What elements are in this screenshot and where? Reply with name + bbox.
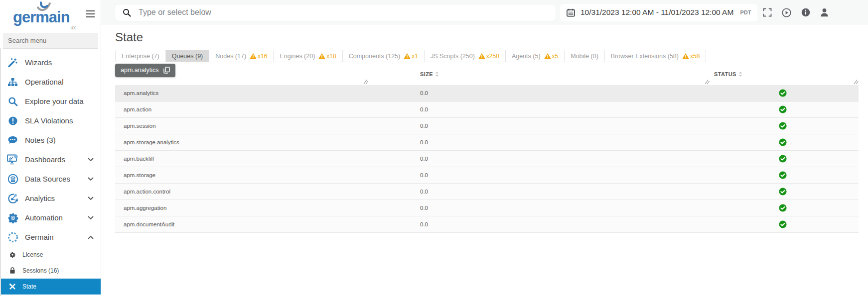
- table-header: SIZE STATUS: [115, 63, 859, 85]
- tab-agents[interactable]: Agents (5)x5: [506, 50, 565, 62]
- warning-badge: x16: [250, 53, 267, 60]
- main-panel: State Enterprise (7) Queues (9) Nodes (1…: [101, 25, 868, 296]
- warning-badge: x250: [478, 53, 499, 60]
- tab-mobile[interactable]: Mobile (0): [565, 50, 605, 62]
- tab-browser-extensions[interactable]: Browser Extensions (58)x58: [605, 50, 707, 62]
- sidebar-item-label: Germain: [25, 233, 54, 241]
- warning-icon: [478, 53, 485, 59]
- user-icon[interactable]: [820, 8, 829, 17]
- brand-sub: ux: [70, 25, 76, 30]
- sidebar-item-notes[interactable]: Notes (3): [0, 130, 101, 150]
- sidebar-item-operational[interactable]: Operational: [0, 72, 101, 92]
- gear-icon: [7, 212, 18, 223]
- status-ok-icon: [707, 138, 859, 146]
- sidebar-item-label: Sessions (16): [22, 267, 59, 274]
- sidebar-item-wizards[interactable]: Wizards: [0, 53, 101, 72]
- tab-enterprise[interactable]: Enterprise (7): [115, 50, 166, 62]
- tab-engines[interactable]: Engines (20)x18: [274, 50, 342, 62]
- hamburger-menu-icon[interactable]: [86, 10, 95, 19]
- status-ok-icon: [707, 122, 859, 130]
- warning-icon: [404, 53, 411, 59]
- warning-badge: x1: [404, 53, 418, 60]
- table-row[interactable]: apm.documentAudit 0.0: [115, 216, 859, 233]
- date-range-picker[interactable]: 10/31/2023 12:00 AM - 11/01/2023 12:00 A…: [560, 4, 757, 21]
- sidebar-scrollbar[interactable]: [0, 48, 1, 296]
- tab-queues[interactable]: Queues (9): [166, 50, 210, 62]
- column-resize-handle[interactable]: [705, 79, 711, 85]
- lock-icon: [8, 267, 16, 274]
- selected-queue-label: apm.analytics: [121, 67, 158, 74]
- warning-badge: x58: [682, 53, 700, 60]
- logo-row: germain ux: [0, 0, 101, 31]
- selected-queue-chip[interactable]: apm.analytics: [115, 64, 175, 77]
- germain-logo[interactable]: germain ux: [13, 1, 74, 29]
- sort-icon[interactable]: [435, 71, 439, 77]
- sidebar-item-label: State: [22, 283, 36, 290]
- table-row[interactable]: apm.action 0.0: [115, 101, 859, 118]
- table-row[interactable]: apm.storage 0.0: [115, 167, 859, 184]
- sidebar-item-sla-violations[interactable]: SLA Violations: [0, 111, 101, 130]
- database-icon: [7, 174, 18, 185]
- sidebar-item-label: Explore your data: [25, 97, 84, 105]
- comment-icon: [7, 136, 18, 145]
- sidebar-item-label: Wizards: [25, 58, 52, 67]
- column-header-size[interactable]: SIZE: [370, 63, 707, 77]
- tab-nodes[interactable]: Nodes (17)x16: [209, 50, 274, 62]
- warning-icon: [682, 53, 689, 59]
- status-ok-icon: [707, 105, 859, 113]
- status-ok-icon: [707, 188, 859, 196]
- status-ok-icon: [707, 220, 859, 228]
- sidebar-item-state[interactable]: State: [0, 279, 101, 295]
- global-search-input[interactable]: [138, 7, 548, 17]
- tools-icon: [8, 283, 16, 290]
- chevron-up-icon: [88, 235, 94, 239]
- warning-badge: x18: [318, 53, 336, 60]
- global-searchbox: [115, 4, 556, 21]
- play-circle-icon[interactable]: [782, 8, 791, 17]
- chevron-down-icon: [88, 177, 94, 181]
- sidebar-item-label: Data Sources: [25, 175, 70, 183]
- table-row[interactable]: apm.action.control 0.0: [115, 184, 859, 200]
- copy-icon[interactable]: [163, 67, 170, 74]
- fullscreen-icon[interactable]: [763, 8, 772, 17]
- table-row[interactable]: apm.storage.analytics 0.0: [115, 134, 859, 151]
- sidebar-item-dashboards[interactable]: Dashboards: [0, 150, 101, 169]
- queues-table: apm.analytics SIZE STATUS: [115, 63, 859, 233]
- sidebar-search-input[interactable]: [3, 33, 98, 49]
- sidebar-item-data-sources[interactable]: Data Sources: [0, 169, 101, 189]
- sidebar-item-label: Analytics: [25, 194, 55, 202]
- info-icon[interactable]: [801, 8, 810, 17]
- chevron-down-icon: [88, 197, 94, 200]
- column-resize-handle[interactable]: [363, 79, 369, 85]
- sidebar-item-explore[interactable]: Explore your data: [0, 92, 101, 111]
- dashboard-icon: [7, 154, 18, 165]
- sitemap-icon: [7, 77, 18, 87]
- sidebar-item-label: Automation: [25, 213, 63, 222]
- calendar-icon: [567, 8, 575, 17]
- table-row[interactable]: apm.session 0.0: [115, 118, 859, 134]
- sidebar-item-analytics[interactable]: Analytics: [0, 189, 101, 208]
- sidebar-item-label: Notes (3): [25, 136, 56, 144]
- column-resize-handle[interactable]: [854, 79, 860, 85]
- sidebar-item-sessions[interactable]: Sessions (16): [0, 263, 101, 279]
- tab-components[interactable]: Components (125)x1: [343, 50, 425, 62]
- sidebar-item-germain[interactable]: Germain: [0, 227, 101, 247]
- tab-js-scripts[interactable]: JS Scripts (250)x250: [425, 50, 506, 62]
- magnifier-icon: [123, 8, 131, 17]
- sort-icon[interactable]: [738, 71, 742, 77]
- warning-icon: [318, 53, 325, 59]
- sidebar-item-automation[interactable]: Automation: [0, 208, 101, 227]
- table-row[interactable]: apm.backfill 0.0: [115, 151, 859, 167]
- warning-icon: [250, 53, 257, 59]
- license-gear-icon: [8, 252, 16, 258]
- chevron-down-icon: [88, 158, 94, 162]
- analytics-icon: [7, 193, 18, 204]
- table-row[interactable]: apm.aggregation 0.0: [115, 200, 859, 216]
- sidebar-item-label: Operational: [25, 78, 64, 86]
- sidebar-item-license[interactable]: License: [0, 247, 101, 263]
- column-header-status[interactable]: STATUS: [707, 63, 859, 77]
- table-row[interactable]: apm.analytics 0.0: [115, 85, 859, 101]
- content-area: 10/31/2023 12:00 AM - 11/01/2023 12:00 A…: [101, 0, 868, 296]
- status-ok-icon: [707, 171, 859, 179]
- status-ok-icon: [707, 204, 859, 212]
